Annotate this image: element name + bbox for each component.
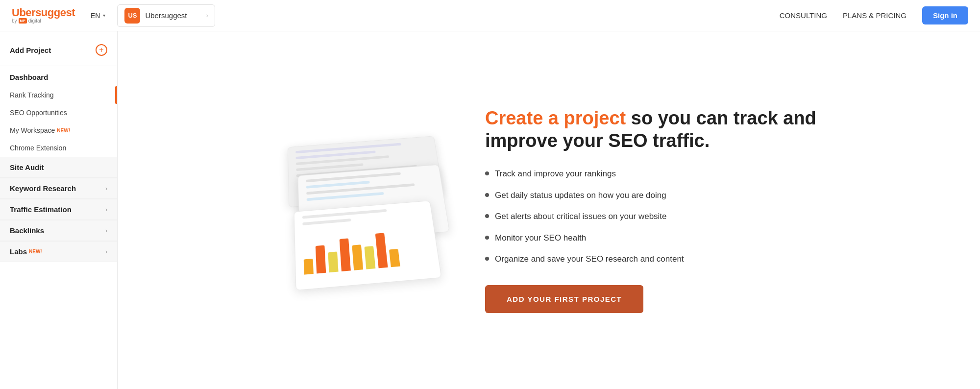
mini-line-6 xyxy=(306,172,400,183)
logo-by: by xyxy=(12,18,17,24)
chevron-down-icon: ▾ xyxy=(103,13,105,18)
keyword-research-label: Keyword Research xyxy=(10,184,76,193)
project-avatar: US xyxy=(124,8,140,24)
labs-chevron-icon: › xyxy=(105,248,107,255)
project-name: Ubersuggest xyxy=(145,11,187,20)
bullet-dot-2 xyxy=(485,193,489,197)
bar-2 xyxy=(316,245,326,273)
logo-digital: digital xyxy=(28,18,41,24)
dashboard-illustration xyxy=(283,124,466,314)
sidebar: Add Project + Dashboard Rank Tracking SE… xyxy=(0,31,118,389)
cta-title: Create a project so you can track and im… xyxy=(485,107,818,152)
app-header: Ubersuggest by NP digital EN ▾ US Ubersu… xyxy=(0,0,980,31)
add-project-button[interactable]: Add Project + xyxy=(0,39,117,64)
bullet-text-3: Get alerts about critical issues on your… xyxy=(495,210,667,223)
cta-area: Create a project so you can track and im… xyxy=(485,107,818,313)
active-bar xyxy=(115,86,117,104)
add-first-project-button[interactable]: ADD YOUR FIRST PROJECT xyxy=(485,285,643,313)
app-body: Add Project + Dashboard Rank Tracking SE… xyxy=(0,31,980,389)
bar-5 xyxy=(352,244,363,270)
bar-3 xyxy=(328,251,338,272)
logo: Ubersuggest by NP digital xyxy=(12,7,75,24)
bar-1 xyxy=(304,259,314,275)
project-chevron-icon: › xyxy=(206,12,208,19)
backlinks-chevron-icon: › xyxy=(105,227,107,234)
labs-label: Labs xyxy=(10,247,27,256)
mini-line-11 xyxy=(302,219,351,225)
bullet-text-5: Organize and save your SEO research and … xyxy=(495,253,684,266)
mini-line-10 xyxy=(302,209,387,219)
main-content: Create a project so you can track and im… xyxy=(118,31,980,389)
labs-badge: NEW! xyxy=(29,249,42,254)
bullet-dot-5 xyxy=(485,257,489,261)
header-nav: CONSULTING PLANS & PRICING xyxy=(780,11,906,20)
sidebar-item-seo-opportunities[interactable]: SEO Opportunities xyxy=(0,104,117,122)
bullet-dot-3 xyxy=(485,214,489,218)
seo-opportunities-label: SEO Opportunities xyxy=(10,109,67,117)
bullet-4: Monitor your SEO health xyxy=(485,232,818,244)
bullet-2: Get daily status updates on how you are … xyxy=(485,189,818,202)
sidebar-divider-1 xyxy=(0,66,117,66)
lang-label: EN xyxy=(91,12,100,20)
sidebar-section-backlinks[interactable]: Backlinks › xyxy=(0,220,117,241)
cta-title-orange: Create a project xyxy=(485,108,626,128)
bullet-1: Track and improve your rankings xyxy=(485,168,818,180)
illustration-area xyxy=(279,117,456,303)
backlinks-label: Backlinks xyxy=(10,226,44,235)
add-project-icon: + xyxy=(96,44,107,56)
bullet-dot-1 xyxy=(485,171,489,175)
mini-line-1 xyxy=(295,143,401,154)
sidebar-section-labs[interactable]: Labs NEW! › xyxy=(0,241,117,262)
bar-7 xyxy=(375,233,388,268)
keyword-research-chevron-icon: › xyxy=(105,185,107,192)
add-project-label: Add Project xyxy=(10,46,51,54)
my-workspace-label: My Workspace xyxy=(10,126,55,134)
traffic-estimation-chevron-icon: › xyxy=(105,206,107,213)
site-audit-label: Site Audit xyxy=(10,163,44,171)
bullet-text-1: Track and improve your rankings xyxy=(495,168,616,180)
chrome-extension-label: Chrome Extension xyxy=(10,144,66,152)
project-selector[interactable]: US Ubersuggest › xyxy=(117,4,215,27)
consulting-link[interactable]: CONSULTING xyxy=(780,11,827,20)
bar-4 xyxy=(340,238,351,271)
language-selector[interactable]: EN ▾ xyxy=(87,10,109,22)
bullet-text-2: Get daily status updates on how you are … xyxy=(495,189,666,202)
rank-tracking-label: Rank Tracking xyxy=(10,91,53,99)
dashboard-label: Dashboard xyxy=(10,73,48,81)
bar-8 xyxy=(389,249,400,267)
bullet-5: Organize and save your SEO research and … xyxy=(485,253,818,266)
cta-bullets: Track and improve your rankings Get dail… xyxy=(485,168,818,266)
my-workspace-badge: NEW! xyxy=(57,128,70,133)
sidebar-item-dashboard[interactable]: Dashboard xyxy=(0,68,117,86)
logo-subtitle: by NP digital xyxy=(12,18,75,24)
bullet-text-4: Monitor your SEO health xyxy=(495,232,586,244)
sidebar-item-chrome-extension[interactable]: Chrome Extension xyxy=(0,139,117,157)
signin-button[interactable]: Sign in xyxy=(922,6,968,24)
bullet-dot-4 xyxy=(485,236,489,240)
bullet-3: Get alerts about critical issues on your… xyxy=(485,210,818,223)
sidebar-section-site-audit[interactable]: Site Audit xyxy=(0,157,117,178)
sidebar-section-traffic-estimation[interactable]: Traffic Estimation › xyxy=(0,199,117,220)
illustration-layer-1 xyxy=(294,200,441,291)
logo-text: Ubersuggest xyxy=(12,7,75,18)
sidebar-item-rank-tracking[interactable]: Rank Tracking xyxy=(0,86,117,104)
sidebar-section-keyword-research[interactable]: Keyword Research › xyxy=(0,178,117,199)
np-badge: NP xyxy=(19,18,27,24)
sidebar-item-my-workspace[interactable]: My Workspace NEW! xyxy=(0,122,117,139)
bar-6 xyxy=(364,246,375,269)
plans-pricing-link[interactable]: PLANS & PRICING xyxy=(843,11,906,20)
traffic-estimation-label: Traffic Estimation xyxy=(10,205,72,214)
